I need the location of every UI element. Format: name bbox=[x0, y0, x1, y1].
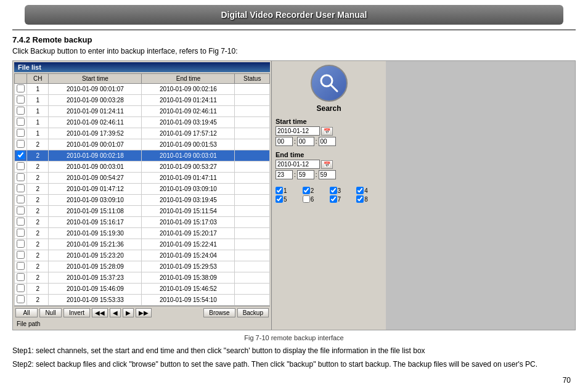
channel-checkbox-4[interactable] bbox=[356, 187, 364, 194]
channel-item[interactable]: 4 bbox=[356, 187, 382, 194]
table-row[interactable]: 1 2010-01-09 02:46:11 2010-01-09 03:19:4… bbox=[15, 117, 270, 128]
table-row[interactable]: 2 2010-01-09 15:11:08 2010-01-09 15:11:5… bbox=[15, 206, 270, 217]
table-row[interactable]: 2 2010-01-09 00:01:07 2010-01-09 00:01:5… bbox=[15, 139, 270, 150]
table-row[interactable]: 2 2010-01-09 15:16:17 2010-01-09 15:17:0… bbox=[15, 217, 270, 228]
row-check[interactable] bbox=[15, 173, 27, 184]
row-status bbox=[235, 261, 270, 272]
start-date-input[interactable] bbox=[276, 126, 320, 136]
table-row[interactable]: 1 2010-01-09 00:03:28 2010-01-09 01:24:1… bbox=[15, 95, 270, 106]
row-check[interactable] bbox=[15, 228, 27, 239]
row-check[interactable] bbox=[15, 217, 27, 228]
channel-item[interactable]: 5 bbox=[276, 195, 301, 203]
row-check[interactable] bbox=[15, 261, 27, 272]
row-check[interactable] bbox=[15, 195, 27, 206]
table-row[interactable]: 2 2010-01-09 01:47:12 2010-01-09 03:09:1… bbox=[15, 184, 270, 195]
row-check[interactable] bbox=[15, 139, 27, 150]
row-ch: 2 bbox=[27, 139, 49, 150]
table-row[interactable]: 1 2010-01-09 01:24:11 2010-01-09 02:46:1… bbox=[15, 106, 270, 117]
end-date-input[interactable] bbox=[276, 160, 320, 169]
row-check[interactable] bbox=[15, 117, 27, 128]
end-min-input[interactable] bbox=[297, 170, 314, 179]
table-row[interactable]: 2 2010-01-09 15:21:36 2010-01-09 15:22:4… bbox=[15, 239, 270, 250]
channel-item[interactable]: 6 bbox=[303, 195, 329, 203]
channel-checkbox-3[interactable] bbox=[330, 187, 337, 194]
row-check[interactable] bbox=[15, 295, 27, 306]
row-check[interactable] bbox=[15, 206, 27, 217]
row-check[interactable] bbox=[15, 106, 27, 117]
channel-checkbox-5[interactable] bbox=[276, 195, 283, 203]
table-row[interactable]: 1 2010-01-09 17:39:52 2010-01-09 17:57:1… bbox=[15, 128, 270, 139]
null-button[interactable]: Null bbox=[39, 308, 62, 317]
start-min-input[interactable] bbox=[297, 137, 314, 146]
row-ch: 2 bbox=[27, 284, 49, 295]
start-time-row: : : bbox=[276, 137, 382, 146]
row-ch: 2 bbox=[27, 228, 49, 239]
row-ch: 2 bbox=[27, 250, 49, 261]
start-date-calendar-button[interactable]: 📅 bbox=[321, 127, 333, 136]
start-sec-input[interactable] bbox=[319, 137, 336, 146]
end-hour-input[interactable] bbox=[276, 170, 293, 179]
channel-label: 8 bbox=[364, 196, 368, 203]
table-row[interactable]: 2 2010-01-09 00:03:01 2010-01-09 00:53:2… bbox=[15, 161, 270, 173]
row-check[interactable] bbox=[15, 239, 27, 250]
section-title: 7.4.2 Remote backup bbox=[12, 35, 576, 44]
row-ch: 2 bbox=[27, 150, 49, 161]
channel-checkbox-2[interactable] bbox=[303, 187, 310, 194]
end-time-row: : : bbox=[276, 170, 382, 179]
channel-item[interactable]: 7 bbox=[330, 195, 356, 203]
end-date-calendar-button[interactable]: 📅 bbox=[321, 160, 333, 169]
channel-checkbox-6[interactable] bbox=[303, 195, 310, 203]
row-start: 2010-01-09 00:01:07 bbox=[49, 139, 142, 150]
svg-line-1 bbox=[331, 85, 337, 91]
header-title: Digital Video Recorder User Manual bbox=[221, 10, 367, 20]
prev-page-button[interactable]: ◀ bbox=[110, 308, 121, 317]
row-check[interactable] bbox=[15, 84, 27, 95]
row-status bbox=[235, 239, 270, 250]
last-page-button[interactable]: ▶▶ bbox=[136, 308, 152, 317]
end-sec-input[interactable] bbox=[319, 170, 336, 179]
table-row[interactable]: 2 2010-01-09 15:23:20 2010-01-09 15:24:0… bbox=[15, 250, 270, 261]
bottom-bar: All Null Invert ◀◀ ◀ ▶ ▶▶ Browse Backup bbox=[14, 306, 270, 319]
table-row[interactable]: 2 2010-01-09 15:37:23 2010-01-09 15:38:0… bbox=[15, 272, 270, 284]
search-icon-area: Search bbox=[276, 65, 382, 113]
table-row[interactable]: 1 2010-01-09 00:01:07 2010-01-09 00:02:1… bbox=[15, 84, 270, 95]
channel-item[interactable]: 8 bbox=[356, 195, 382, 203]
row-check[interactable] bbox=[15, 161, 27, 173]
start-hour-input[interactable] bbox=[276, 137, 293, 146]
first-page-button[interactable]: ◀◀ bbox=[92, 308, 108, 317]
row-check[interactable] bbox=[15, 250, 27, 261]
channel-item[interactable]: 1 bbox=[276, 187, 301, 194]
browse-button[interactable]: Browse bbox=[203, 308, 235, 317]
row-check[interactable] bbox=[15, 272, 27, 284]
invert-button[interactable]: Invert bbox=[63, 308, 90, 317]
row-status bbox=[235, 195, 270, 206]
channel-checkbox-8[interactable] bbox=[356, 195, 364, 203]
channel-item[interactable]: 3 bbox=[330, 187, 356, 194]
channel-checkbox-7[interactable] bbox=[330, 195, 337, 203]
row-check[interactable] bbox=[15, 150, 27, 161]
row-check[interactable] bbox=[15, 184, 27, 195]
backup-button[interactable]: Backup bbox=[237, 308, 269, 317]
table-row[interactable]: 2 2010-01-09 15:53:33 2010-01-09 15:54:1… bbox=[15, 295, 270, 306]
row-status bbox=[235, 217, 270, 228]
channel-item[interactable]: 2 bbox=[303, 187, 329, 194]
table-row[interactable]: 2 2010-01-09 03:09:10 2010-01-09 03:19:4… bbox=[15, 195, 270, 206]
table-row[interactable]: 2 2010-01-09 00:54:27 2010-01-09 01:47:1… bbox=[15, 173, 270, 184]
table-row[interactable]: 2 2010-01-09 15:46:09 2010-01-09 15:46:5… bbox=[15, 284, 270, 295]
row-status bbox=[235, 173, 270, 184]
all-button[interactable]: All bbox=[15, 308, 38, 317]
channel-grid: 12345678 bbox=[276, 187, 382, 203]
panel-titlebar: File list bbox=[14, 62, 270, 72]
table-row[interactable]: 2 2010-01-09 00:02:18 2010-01-09 00:03:0… bbox=[15, 150, 270, 161]
row-ch: 2 bbox=[27, 295, 49, 306]
row-start: 2010-01-09 00:01:07 bbox=[49, 84, 142, 95]
next-page-button[interactable]: ▶ bbox=[123, 308, 134, 317]
row-check[interactable] bbox=[15, 95, 27, 106]
table-row[interactable]: 2 2010-01-09 15:28:09 2010-01-09 15:29:5… bbox=[15, 261, 270, 272]
row-check[interactable] bbox=[15, 284, 27, 295]
table-row[interactable]: 2 2010-01-09 15:19:30 2010-01-09 15:20:1… bbox=[15, 228, 270, 239]
channel-checkbox-1[interactable] bbox=[276, 187, 283, 194]
row-end: 2010-01-09 15:46:52 bbox=[142, 284, 235, 295]
row-status bbox=[235, 128, 270, 139]
row-check[interactable] bbox=[15, 128, 27, 139]
